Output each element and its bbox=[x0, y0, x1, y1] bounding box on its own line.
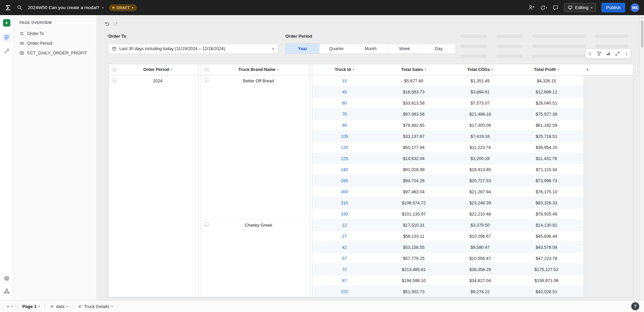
segment-year[interactable]: Year bbox=[286, 44, 319, 53]
collapse-group-button[interactable]: – bbox=[204, 223, 209, 227]
truck-id-link[interactable]: 225 bbox=[341, 156, 348, 161]
truck-id-link[interactable]: 240 bbox=[341, 167, 348, 172]
invite-user-icon[interactable] bbox=[528, 5, 534, 11]
truck-id-link[interactable]: 42 bbox=[342, 245, 347, 250]
chart-icon[interactable] bbox=[606, 51, 611, 56]
total-profit-cell: $25,718.51 bbox=[510, 131, 583, 142]
magic-wand-icon[interactable] bbox=[4, 48, 10, 54]
refresh-schedule-icon[interactable]: ▾ bbox=[540, 5, 548, 11]
segment-day[interactable]: Day bbox=[421, 44, 455, 53]
more-options-icon[interactable] bbox=[624, 51, 629, 56]
brand-name: Cheeky Greek bbox=[201, 223, 310, 228]
help-button[interactable]: ? bbox=[631, 302, 639, 310]
collapse-column-button[interactable]: – bbox=[204, 67, 209, 72]
segment-week[interactable]: Week bbox=[388, 44, 421, 53]
tab-data[interactable]: data ▾ bbox=[46, 301, 71, 312]
total-sales-cell: $97,463.04 bbox=[377, 186, 451, 197]
truck-id-cell: 15 bbox=[312, 75, 377, 86]
total-cogs-cell: $7,573.07 bbox=[451, 98, 510, 109]
draft-label: DRAFT bbox=[117, 6, 130, 10]
scrollbar-thumb[interactable] bbox=[641, 21, 643, 47]
truck-id-link[interactable]: 57 bbox=[342, 256, 347, 261]
add-column-button[interactable]: + bbox=[583, 64, 633, 75]
page-overview-icon[interactable] bbox=[3, 33, 11, 41]
editing-mode-button[interactable]: Editing ▾ bbox=[564, 3, 596, 12]
truck-id-link[interactable]: 45 bbox=[342, 89, 347, 94]
undo-icon[interactable] bbox=[104, 21, 110, 28]
workbook-title[interactable]: 2024W50 Can you create a modal? ▾ bbox=[28, 5, 104, 10]
filter-icon[interactable] bbox=[597, 51, 602, 56]
truck-id-link[interactable]: 90 bbox=[342, 123, 347, 128]
collapse-group-button[interactable]: – bbox=[112, 78, 116, 83]
page-overview-item-order-ts[interactable]: Order Ts bbox=[13, 29, 96, 38]
truck-id-link[interactable]: 330 bbox=[341, 211, 348, 217]
total-profit-cell: $61,182.59 bbox=[510, 120, 583, 131]
truck-id-link[interactable]: 105 bbox=[341, 134, 348, 139]
segment-month[interactable]: Month bbox=[353, 44, 387, 53]
total-sales-cell: $97,063.56 bbox=[377, 109, 451, 120]
truck-id-link[interactable]: 15 bbox=[342, 78, 347, 83]
page-overview-item-fct-daily-order-profit[interactable]: FCT_DAILY_ORDER_PROFIT bbox=[13, 48, 96, 58]
column-header-total-cogs[interactable]: Total COGs▾ bbox=[451, 64, 510, 75]
skeleton-bar bbox=[460, 54, 487, 58]
clear-filter-icon[interactable]: × bbox=[272, 46, 275, 51]
column-header-total-profit[interactable]: Total Profit▾ bbox=[510, 64, 583, 75]
add-page-button[interactable]: + ▾ bbox=[3, 301, 16, 312]
collapse-group-button[interactable]: – bbox=[204, 78, 209, 83]
truck-id-link[interactable]: 72 bbox=[342, 267, 347, 272]
total-sales-cell: $14,632.04 bbox=[377, 153, 451, 164]
truck-id-link[interactable]: 120 bbox=[341, 145, 348, 150]
column-header-order-period[interactable]: – Order Period▾ bbox=[109, 64, 198, 75]
total-cogs-cell: $3,379.50 bbox=[451, 220, 510, 231]
left-icon-rail: + bbox=[0, 15, 13, 300]
column-header-brand[interactable]: – Truck Brand Name▾ bbox=[201, 64, 310, 75]
truck-id-link[interactable]: 12 bbox=[342, 223, 347, 228]
add-element-button[interactable]: + bbox=[3, 19, 10, 27]
share-network-icon[interactable] bbox=[4, 288, 10, 294]
sort-caret-icon: ▾ bbox=[492, 68, 493, 71]
truck-id-link[interactable]: 87 bbox=[342, 278, 347, 283]
column-header-truck-id[interactable]: Truck Id▾ bbox=[312, 64, 377, 75]
table-body: –2024–Better Off Bread15$5,677.60$1,351.… bbox=[109, 75, 633, 297]
redo-icon[interactable] bbox=[113, 21, 119, 28]
total-cogs-cell: $22,210.48 bbox=[451, 208, 510, 220]
publish-button[interactable]: Publish bbox=[601, 3, 625, 12]
search-icon[interactable] bbox=[17, 5, 23, 10]
tab-page-1[interactable]: Page 1 ▾ bbox=[19, 301, 43, 312]
maximize-icon[interactable] bbox=[615, 51, 620, 56]
truck-id-link[interactable]: 315 bbox=[341, 200, 348, 205]
tab-truck-details[interactable]: Truck Details ▾ bbox=[74, 301, 116, 312]
total-sales-cell: $51,302.73 bbox=[377, 286, 451, 297]
scroll-up-arrow[interactable]: ▲ bbox=[640, 16, 644, 18]
data-table: – Order Period▾ – Truck Brand Name▾ Truc… bbox=[108, 64, 634, 298]
comment-icon[interactable] bbox=[553, 5, 559, 11]
total-cogs-cell: $11,223.74 bbox=[451, 142, 510, 153]
app-logo[interactable] bbox=[5, 4, 11, 11]
tab-label: Page 1 bbox=[23, 304, 37, 309]
drag-handle-icon[interactable] bbox=[588, 51, 592, 56]
table-filler-area bbox=[583, 75, 633, 297]
avatar[interactable]: MS bbox=[631, 3, 639, 12]
bottom-bar: + ▾ Page 1 ▾ data ▾ Truck Details ▾ ? bbox=[0, 300, 644, 312]
column-header-total-sales[interactable]: Total Sales▾ bbox=[377, 64, 451, 75]
truck-id-cell: 90 bbox=[312, 120, 377, 131]
truck-id-link[interactable]: 285 bbox=[341, 178, 348, 183]
vertical-scrollbar[interactable]: ▲ bbox=[640, 15, 644, 300]
truck-id-link[interactable]: 27 bbox=[342, 234, 347, 239]
gear-icon[interactable] bbox=[4, 275, 10, 281]
total-profit-cell: $45,836.44 bbox=[510, 231, 583, 242]
truck-id-link[interactable]: 102 bbox=[341, 289, 348, 294]
truck-id-link[interactable]: 300 bbox=[341, 189, 348, 194]
total-profit-cell: $12,699.12 bbox=[510, 86, 583, 98]
segment-quarter[interactable]: Quarter bbox=[319, 44, 353, 53]
truck-id-link[interactable]: 60 bbox=[342, 101, 347, 106]
truck-id-cell: 285 bbox=[312, 175, 377, 186]
order-ts-filter[interactable]: Last 30 days including today (11/19/2024… bbox=[108, 43, 278, 54]
period-segmented: YearQuarterMonthWeekDay bbox=[285, 43, 456, 54]
draft-badge[interactable]: DRAFT ▾ bbox=[109, 4, 137, 11]
truck-id-cell: 87 bbox=[312, 275, 377, 286]
truck-id-link[interactable]: 75 bbox=[342, 112, 347, 117]
total-sales-cell: $33,137.67 bbox=[377, 131, 451, 142]
collapse-column-button[interactable]: – bbox=[112, 67, 116, 72]
page-overview-item-order-period[interactable]: Order Period bbox=[13, 38, 96, 48]
